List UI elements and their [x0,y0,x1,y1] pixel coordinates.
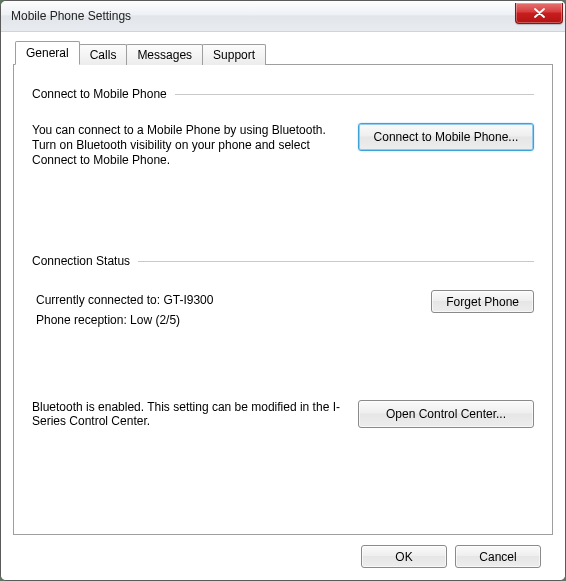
connect-description: You can connect to a Mobile Phone by usi… [32,123,358,168]
status-heading: Connection Status [32,254,534,268]
tab-general[interactable]: General [15,41,80,65]
ok-button[interactable]: OK [361,545,447,568]
forget-phone-button[interactable]: Forget Phone [431,290,534,313]
bluetooth-row: Bluetooth is enabled. This setting can b… [32,400,534,428]
status-heading-label: Connection Status [32,254,138,268]
tab-calls[interactable]: Calls [79,44,128,65]
divider [138,261,534,262]
title-bar: Mobile Phone Settings [1,1,565,32]
settings-dialog: Mobile Phone Settings General Calls Mess… [0,0,566,581]
window-buttons [515,8,563,24]
connected-device-label: Currently connected to: GT-I9300 [36,290,419,310]
cancel-button[interactable]: Cancel [455,545,541,568]
close-button[interactable] [515,3,563,24]
phone-reception-label: Phone reception: Low (2/5) [36,310,419,330]
window-title: Mobile Phone Settings [11,9,131,23]
dialog-content: General Calls Messages Support Connect t… [1,32,565,580]
status-group: Connection Status Currently connected to… [32,254,534,330]
dialog-button-row: OK Cancel [13,535,553,568]
bluetooth-description: Bluetooth is enabled. This setting can b… [32,400,358,428]
divider [175,94,534,95]
tab-strip: General Calls Messages Support [13,42,553,64]
connect-heading: Connect to Mobile Phone [32,87,534,101]
connect-group: Connect to Mobile Phone You can connect … [32,87,534,168]
tab-panel-general: Connect to Mobile Phone You can connect … [13,64,553,535]
close-icon [534,8,545,18]
connect-heading-label: Connect to Mobile Phone [32,87,175,101]
tab-messages[interactable]: Messages [126,44,203,65]
connect-mobile-button[interactable]: Connect to Mobile Phone... [358,123,534,151]
tab-support[interactable]: Support [202,44,266,65]
open-control-center-button[interactable]: Open Control Center... [358,400,534,428]
